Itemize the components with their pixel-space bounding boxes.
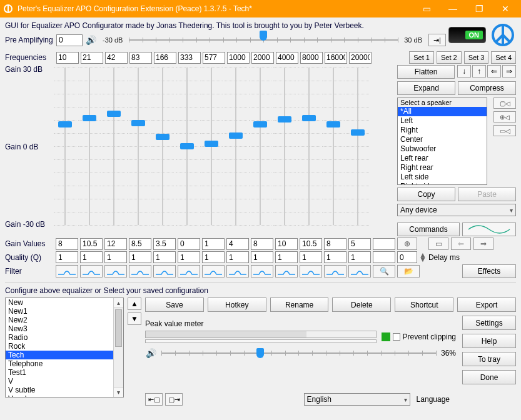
next-band-button[interactable]: ⇒ (473, 238, 493, 250)
eq-slider-10[interactable] (298, 65, 320, 228)
speaker-item[interactable]: Left rear (398, 154, 487, 163)
gain-value-input-6[interactable] (202, 238, 225, 250)
eq-slider-4[interactable] (151, 65, 174, 228)
speaker-mode3-button[interactable]: ▭◁ (493, 125, 516, 136)
settings-button[interactable]: Settings (462, 316, 516, 330)
prevent-clip-checkbox[interactable] (393, 333, 400, 341)
filter-type-button-1[interactable] (80, 265, 103, 278)
freq-input-5[interactable] (178, 52, 201, 64)
preset-item[interactable]: New2 (6, 316, 113, 324)
delay-input[interactable] (397, 251, 417, 263)
copy-button[interactable]: Copy (397, 188, 455, 201)
speaker-item[interactable]: Right side (398, 182, 487, 184)
gain-value-input-5[interactable] (178, 238, 200, 250)
preset-item[interactable]: New (6, 298, 113, 307)
gain-value-input-8[interactable] (251, 238, 273, 250)
totray-button[interactable]: To tray (462, 352, 516, 366)
quality-input-9[interactable] (275, 251, 298, 263)
freq-input-2[interactable] (105, 52, 128, 64)
filter-type-button-9[interactable] (275, 265, 298, 278)
prev-band-button[interactable]: ⇐ (451, 238, 471, 250)
eq-slider-7[interactable] (225, 65, 247, 228)
rename-button[interactable]: Rename (270, 298, 329, 312)
quality-input-11[interactable] (324, 251, 346, 263)
preamp-input[interactable] (56, 34, 83, 46)
speaker-item[interactable]: Subwoofer (398, 144, 487, 154)
freq-input-12[interactable] (349, 52, 372, 64)
quality-input-3[interactable] (129, 251, 151, 263)
quality-input-5[interactable] (178, 251, 200, 263)
filter-type-button-0[interactable] (56, 265, 78, 278)
gain-value-input-3[interactable] (129, 238, 151, 250)
preset-item[interactable]: V subtle (6, 386, 113, 394)
language-select[interactable]: English▾ (304, 393, 410, 406)
freq-input-8[interactable] (251, 52, 274, 64)
quality-input-6[interactable] (202, 251, 225, 263)
eq-slider-2[interactable] (103, 65, 125, 228)
speaker-icon[interactable]: 🔊 (85, 35, 96, 45)
speaker-item[interactable]: Right (398, 126, 487, 135)
eq-slider-11[interactable] (322, 65, 345, 228)
preset-item[interactable]: New3 (6, 324, 113, 333)
freq-input-6[interactable] (203, 52, 225, 64)
volume-icon[interactable]: 🔊 (145, 348, 156, 358)
commands-button[interactable]: Commands (397, 222, 460, 236)
quality-input-10[interactable] (300, 251, 322, 263)
right-arrow-button[interactable]: ⇒ (502, 65, 516, 78)
eq-slider-9[interactable] (273, 65, 296, 228)
speaker-item[interactable]: Right rear (398, 163, 487, 172)
add-band-button[interactable]: ⊕ (397, 238, 417, 250)
freq-input-1[interactable] (81, 52, 103, 64)
set-button-1[interactable]: Set 1 (409, 51, 434, 64)
quality-input-1[interactable] (80, 251, 103, 263)
power-switch[interactable]: ON (448, 27, 486, 43)
eq-slider-12[interactable] (346, 65, 369, 228)
preset-item[interactable]: Test1 (6, 368, 113, 377)
down-arrow-button[interactable]: ↓ (457, 65, 471, 78)
eq-slider-1[interactable] (78, 65, 101, 228)
quality-extra-input[interactable] (373, 251, 395, 263)
freq-input-11[interactable] (325, 52, 347, 64)
filter-type-button-7[interactable] (226, 265, 249, 278)
set-button-3[interactable]: Set 3 (464, 51, 489, 64)
gain-value-input-1[interactable] (80, 238, 103, 250)
expand-button[interactable]: Expand (397, 81, 455, 95)
up-arrow-button[interactable]: ↑ (472, 65, 486, 78)
gain-value-input-10[interactable] (300, 238, 322, 250)
filter-type-button-2[interactable] (104, 265, 127, 278)
left-arrow-button[interactable]: ⇐ (487, 65, 501, 78)
gain-value-input-2[interactable] (104, 238, 127, 250)
preset-item[interactable]: Vocal (6, 394, 113, 398)
export-button[interactable]: Export (457, 298, 516, 312)
speaker-mode2-button[interactable]: ⊕◁ (493, 111, 516, 122)
close-button[interactable]: ✕ (492, 4, 518, 14)
speaker-list[interactable]: *AllLeftRightCenterSubwooferLeft rearRig… (398, 107, 487, 184)
preset-item[interactable]: Telephone (6, 359, 113, 368)
io-route-button[interactable]: ⇥| (428, 34, 446, 46)
eq-slider-0[interactable] (54, 65, 76, 228)
preset-down-button[interactable]: ▼ (128, 312, 141, 325)
speaker-item[interactable]: Left side (398, 172, 487, 182)
preset-item[interactable]: Radio (6, 333, 113, 342)
volume-slider[interactable] (161, 348, 436, 358)
set-button-4[interactable]: Set 4 (491, 51, 516, 64)
help-button[interactable]: Help (462, 334, 516, 348)
preset-up-button[interactable]: ▲ (128, 298, 141, 310)
filter-type-button-4[interactable] (153, 265, 176, 278)
shortcut-button[interactable]: Shortcut (395, 298, 453, 312)
gain-value-input-9[interactable] (275, 238, 298, 250)
filter-open-button[interactable]: 📂 (397, 265, 420, 278)
gain-value-input-11[interactable] (324, 238, 346, 250)
quality-input-8[interactable] (251, 251, 273, 263)
freq-input-9[interactable] (276, 52, 298, 64)
hotkey-button[interactable]: Hotkey (208, 298, 266, 312)
gain-value-input-12[interactable] (348, 238, 371, 250)
eq-slider-8[interactable] (249, 65, 271, 228)
gain-value-input-4[interactable] (153, 238, 176, 250)
filter-type-button-11[interactable] (324, 265, 346, 278)
freq-input-10[interactable] (300, 52, 323, 64)
set-button-2[interactable]: Set 2 (437, 51, 462, 64)
quality-input-4[interactable] (153, 251, 176, 263)
compress-button[interactable]: Compress (458, 81, 516, 95)
filter-search-button[interactable]: 🔍 (373, 265, 395, 278)
